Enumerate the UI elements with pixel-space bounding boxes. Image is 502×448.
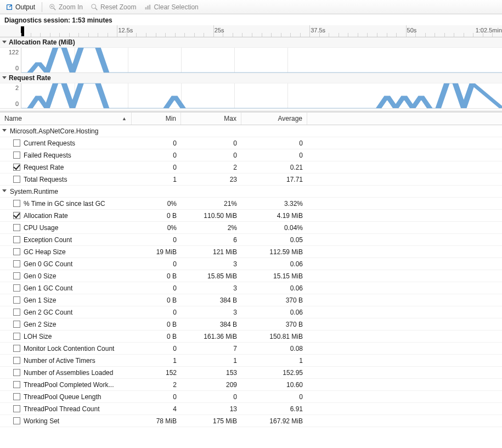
table-row[interactable]: Gen 1 Size0 B384 B370 B	[0, 294, 502, 306]
row-checkbox[interactable]	[13, 381, 20, 388]
row-name: GC Heap Size	[24, 248, 66, 256]
table-row[interactable]: GC Heap Size19 MiB121 MiB112.59 MiB	[0, 246, 502, 258]
cell-min: 4	[132, 405, 181, 413]
col-max[interactable]: Max	[181, 113, 241, 125]
cell-avg: 0	[241, 393, 307, 401]
cell-avg: 3.32%	[241, 200, 307, 208]
chart-plot[interactable]	[21, 83, 502, 108]
row-name: Gen 1 Size	[24, 296, 56, 304]
cell-max: 1	[181, 357, 241, 365]
chevron-down-icon[interactable]	[2, 76, 7, 79]
clear-selection-button[interactable]: Clear Selection	[140, 1, 201, 13]
table-row[interactable]: Number of Assemblies Loaded152153152.95	[0, 367, 502, 379]
col-name[interactable]: Name ▲	[0, 113, 132, 125]
row-name: Gen 0 GC Count	[24, 260, 72, 268]
table-row[interactable]: ThreadPool Completed Work...220910.60	[0, 379, 502, 391]
chevron-down-icon[interactable]	[2, 129, 7, 132]
row-checkbox[interactable]	[13, 152, 20, 159]
toolbar: Output Zoom In Reset Zoom Clear Selectio…	[0, 0, 502, 14]
row-checkbox[interactable]	[13, 176, 20, 183]
row-checkbox[interactable]	[13, 272, 20, 279]
cell-min: 0	[132, 139, 181, 147]
row-checkbox[interactable]	[13, 296, 20, 304]
row-name: Total Requests	[24, 176, 67, 183]
row-checkbox[interactable]	[13, 284, 20, 292]
zoom-in-label: Zoom In	[59, 3, 83, 11]
table-row[interactable]: Gen 2 Size0 B384 B370 B	[0, 318, 502, 331]
row-name: % Time in GC since last GC	[24, 200, 105, 208]
row-checkbox[interactable]	[13, 248, 20, 255]
cell-min: 0	[132, 284, 181, 292]
timeline-ruler[interactable]: 12.5s25s37.5s50s1:02.5min	[0, 25, 502, 37]
row-checkbox[interactable]	[13, 139, 20, 147]
col-min[interactable]: Min	[132, 113, 181, 125]
output-label: Output	[15, 3, 35, 11]
table-row[interactable]: Gen 1 GC Count030.06	[0, 282, 502, 294]
row-checkbox[interactable]	[13, 224, 20, 231]
row-checkbox[interactable]	[13, 200, 20, 207]
counters-table: Name ▲ Min Max Average Microsoft.AspNetC…	[0, 112, 502, 427]
row-checkbox[interactable]	[13, 164, 20, 171]
row-checkbox[interactable]	[13, 260, 20, 267]
chart-request[interactable]: 2 0	[0, 83, 502, 109]
toolbar-separator	[42, 2, 42, 12]
row-checkbox[interactable]	[13, 321, 20, 328]
table-group[interactable]: Microsoft.AspNetCore.Hosting	[0, 125, 502, 137]
clear-selection-icon	[144, 3, 151, 11]
col-avg[interactable]: Average	[241, 113, 307, 125]
chart-title-label: Allocation Rate (MiB)	[9, 38, 75, 46]
table-row[interactable]: Allocation Rate0 B110.50 MiB4.19 MiB	[0, 210, 502, 222]
table-row[interactable]: ThreadPool Queue Length000	[0, 391, 502, 403]
table-row[interactable]: Failed Requests000	[0, 149, 502, 161]
cell-max: 110.50 MiB	[181, 212, 241, 220]
reset-zoom-button[interactable]: Reset Zoom	[87, 1, 139, 13]
y-min: 0	[15, 100, 19, 107]
cell-max: 153	[181, 369, 241, 377]
row-checkbox[interactable]	[13, 212, 20, 219]
row-checkbox[interactable]	[13, 309, 20, 316]
cell-min: 2	[132, 381, 181, 389]
table-row[interactable]: LOH Size0 B161.36 MiB150.81 MiB	[0, 331, 502, 343]
table-row[interactable]: ThreadPool Thread Count4136.91	[0, 403, 502, 415]
chart-allocation[interactable]: 122 0	[0, 48, 502, 73]
row-checkbox[interactable]	[13, 405, 20, 412]
row-checkbox[interactable]	[13, 357, 20, 364]
table-row[interactable]: Current Requests000	[0, 137, 502, 149]
cell-min: 1	[132, 357, 181, 365]
table-row[interactable]: Total Requests12317.71	[0, 173, 502, 186]
row-checkbox[interactable]	[13, 333, 20, 340]
ruler-tick-label: 37.5s	[311, 27, 325, 33]
cell-avg: 0.06	[241, 260, 307, 268]
table-row[interactable]: % Time in GC since last GC0%21%3.32%	[0, 198, 502, 210]
row-name: CPU Usage	[24, 224, 58, 232]
table-group[interactable]: System.Runtime	[0, 186, 502, 198]
table-row[interactable]: Monitor Lock Contention Count070.08	[0, 343, 502, 355]
cell-min: 0	[132, 260, 181, 268]
row-checkbox[interactable]	[13, 393, 20, 400]
cell-max: 21%	[181, 200, 241, 208]
group-label: System.Runtime	[10, 188, 58, 195]
table-row[interactable]: Gen 2 GC Count030.06	[0, 306, 502, 318]
table-row[interactable]: Gen 0 GC Count030.06	[0, 258, 502, 270]
row-checkbox[interactable]	[13, 369, 20, 376]
table-row[interactable]: Request Rate020.21	[0, 161, 502, 173]
zoom-in-button[interactable]: Zoom In	[46, 1, 86, 13]
table-row[interactable]: Working Set78 MiB175 MiB167.92 MiB	[0, 415, 502, 427]
output-button[interactable]: Output	[2, 1, 38, 13]
row-checkbox[interactable]	[13, 345, 20, 352]
table-row[interactable]: CPU Usage0%2%0.04%	[0, 222, 502, 234]
chart-title-request: Request Rate	[0, 73, 502, 83]
cell-avg: 152.95	[241, 369, 307, 377]
chevron-down-icon[interactable]	[2, 189, 7, 192]
chevron-down-icon[interactable]	[2, 41, 7, 43]
row-name: Number of Active Timers	[24, 357, 95, 365]
row-name: Failed Requests	[24, 152, 71, 159]
cell-avg: 370 B	[241, 321, 307, 328]
table-row[interactable]: Gen 0 Size0 B15.85 MiB15.15 MiB	[0, 270, 502, 282]
row-checkbox[interactable]	[13, 236, 20, 243]
cell-min: 0	[132, 309, 181, 316]
table-row[interactable]: Number of Active Timers111	[0, 355, 502, 367]
row-checkbox[interactable]	[13, 417, 20, 424]
chart-plot[interactable]	[21, 48, 502, 72]
table-row[interactable]: Exception Count060.05	[0, 234, 502, 246]
